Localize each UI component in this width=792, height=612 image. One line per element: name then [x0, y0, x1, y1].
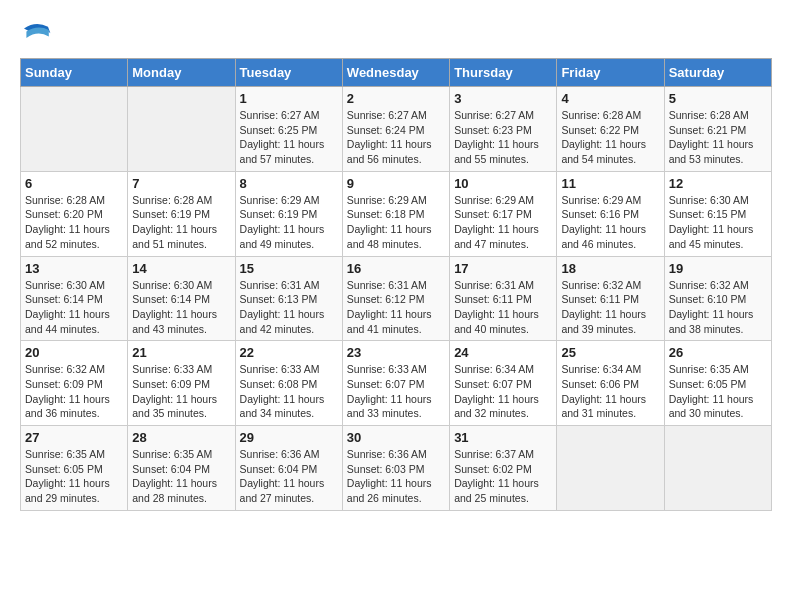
- day-info: Sunrise: 6:35 AM Sunset: 6:04 PM Dayligh…: [132, 447, 230, 506]
- calendar-cell: 14Sunrise: 6:30 AM Sunset: 6:14 PM Dayli…: [128, 256, 235, 341]
- day-info: Sunrise: 6:31 AM Sunset: 6:11 PM Dayligh…: [454, 278, 552, 337]
- calendar-header-row: SundayMondayTuesdayWednesdayThursdayFrid…: [21, 59, 772, 87]
- calendar-day-header: Tuesday: [235, 59, 342, 87]
- day-number: 22: [240, 345, 338, 360]
- day-info: Sunrise: 6:27 AM Sunset: 6:25 PM Dayligh…: [240, 108, 338, 167]
- day-info: Sunrise: 6:28 AM Sunset: 6:22 PM Dayligh…: [561, 108, 659, 167]
- day-number: 24: [454, 345, 552, 360]
- calendar-table: SundayMondayTuesdayWednesdayThursdayFrid…: [20, 58, 772, 511]
- day-number: 25: [561, 345, 659, 360]
- calendar-cell: 22Sunrise: 6:33 AM Sunset: 6:08 PM Dayli…: [235, 341, 342, 426]
- day-number: 12: [669, 176, 767, 191]
- day-number: 9: [347, 176, 445, 191]
- day-number: 11: [561, 176, 659, 191]
- day-number: 18: [561, 261, 659, 276]
- calendar-cell: 30Sunrise: 6:36 AM Sunset: 6:03 PM Dayli…: [342, 426, 449, 511]
- calendar-week-row: 20Sunrise: 6:32 AM Sunset: 6:09 PM Dayli…: [21, 341, 772, 426]
- calendar-cell: 12Sunrise: 6:30 AM Sunset: 6:15 PM Dayli…: [664, 171, 771, 256]
- page-header: [20, 20, 772, 48]
- day-number: 2: [347, 91, 445, 106]
- day-info: Sunrise: 6:36 AM Sunset: 6:04 PM Dayligh…: [240, 447, 338, 506]
- day-info: Sunrise: 6:29 AM Sunset: 6:16 PM Dayligh…: [561, 193, 659, 252]
- calendar-cell: 9Sunrise: 6:29 AM Sunset: 6:18 PM Daylig…: [342, 171, 449, 256]
- day-info: Sunrise: 6:33 AM Sunset: 6:07 PM Dayligh…: [347, 362, 445, 421]
- day-number: 15: [240, 261, 338, 276]
- day-number: 4: [561, 91, 659, 106]
- day-number: 30: [347, 430, 445, 445]
- calendar-day-header: Saturday: [664, 59, 771, 87]
- calendar-cell: 15Sunrise: 6:31 AM Sunset: 6:13 PM Dayli…: [235, 256, 342, 341]
- day-info: Sunrise: 6:27 AM Sunset: 6:23 PM Dayligh…: [454, 108, 552, 167]
- day-info: Sunrise: 6:34 AM Sunset: 6:06 PM Dayligh…: [561, 362, 659, 421]
- calendar-cell: 18Sunrise: 6:32 AM Sunset: 6:11 PM Dayli…: [557, 256, 664, 341]
- calendar-week-row: 13Sunrise: 6:30 AM Sunset: 6:14 PM Dayli…: [21, 256, 772, 341]
- calendar-day-header: Friday: [557, 59, 664, 87]
- calendar-week-row: 27Sunrise: 6:35 AM Sunset: 6:05 PM Dayli…: [21, 426, 772, 511]
- calendar-cell: 26Sunrise: 6:35 AM Sunset: 6:05 PM Dayli…: [664, 341, 771, 426]
- day-number: 29: [240, 430, 338, 445]
- day-info: Sunrise: 6:33 AM Sunset: 6:08 PM Dayligh…: [240, 362, 338, 421]
- calendar-cell: 2Sunrise: 6:27 AM Sunset: 6:24 PM Daylig…: [342, 87, 449, 172]
- calendar-cell: 19Sunrise: 6:32 AM Sunset: 6:10 PM Dayli…: [664, 256, 771, 341]
- logo-icon: [20, 20, 52, 48]
- day-number: 13: [25, 261, 123, 276]
- day-info: Sunrise: 6:32 AM Sunset: 6:11 PM Dayligh…: [561, 278, 659, 337]
- calendar-day-header: Monday: [128, 59, 235, 87]
- calendar-cell: 27Sunrise: 6:35 AM Sunset: 6:05 PM Dayli…: [21, 426, 128, 511]
- calendar-cell: 7Sunrise: 6:28 AM Sunset: 6:19 PM Daylig…: [128, 171, 235, 256]
- day-number: 10: [454, 176, 552, 191]
- day-number: 19: [669, 261, 767, 276]
- day-number: 1: [240, 91, 338, 106]
- day-info: Sunrise: 6:30 AM Sunset: 6:14 PM Dayligh…: [132, 278, 230, 337]
- calendar-cell: 6Sunrise: 6:28 AM Sunset: 6:20 PM Daylig…: [21, 171, 128, 256]
- day-info: Sunrise: 6:31 AM Sunset: 6:12 PM Dayligh…: [347, 278, 445, 337]
- day-info: Sunrise: 6:28 AM Sunset: 6:19 PM Dayligh…: [132, 193, 230, 252]
- calendar-day-header: Sunday: [21, 59, 128, 87]
- day-info: Sunrise: 6:30 AM Sunset: 6:15 PM Dayligh…: [669, 193, 767, 252]
- day-info: Sunrise: 6:33 AM Sunset: 6:09 PM Dayligh…: [132, 362, 230, 421]
- calendar-cell: [21, 87, 128, 172]
- calendar-cell: [557, 426, 664, 511]
- calendar-cell: 20Sunrise: 6:32 AM Sunset: 6:09 PM Dayli…: [21, 341, 128, 426]
- calendar-cell: 10Sunrise: 6:29 AM Sunset: 6:17 PM Dayli…: [450, 171, 557, 256]
- day-number: 14: [132, 261, 230, 276]
- calendar-cell: 1Sunrise: 6:27 AM Sunset: 6:25 PM Daylig…: [235, 87, 342, 172]
- day-number: 20: [25, 345, 123, 360]
- day-number: 3: [454, 91, 552, 106]
- day-info: Sunrise: 6:28 AM Sunset: 6:20 PM Dayligh…: [25, 193, 123, 252]
- calendar-cell: [128, 87, 235, 172]
- day-info: Sunrise: 6:35 AM Sunset: 6:05 PM Dayligh…: [669, 362, 767, 421]
- calendar-body: 1Sunrise: 6:27 AM Sunset: 6:25 PM Daylig…: [21, 87, 772, 511]
- calendar-cell: 25Sunrise: 6:34 AM Sunset: 6:06 PM Dayli…: [557, 341, 664, 426]
- day-info: Sunrise: 6:35 AM Sunset: 6:05 PM Dayligh…: [25, 447, 123, 506]
- calendar-cell: 13Sunrise: 6:30 AM Sunset: 6:14 PM Dayli…: [21, 256, 128, 341]
- day-info: Sunrise: 6:29 AM Sunset: 6:18 PM Dayligh…: [347, 193, 445, 252]
- calendar-cell: 8Sunrise: 6:29 AM Sunset: 6:19 PM Daylig…: [235, 171, 342, 256]
- calendar-cell: 23Sunrise: 6:33 AM Sunset: 6:07 PM Dayli…: [342, 341, 449, 426]
- day-number: 23: [347, 345, 445, 360]
- calendar-cell: 31Sunrise: 6:37 AM Sunset: 6:02 PM Dayli…: [450, 426, 557, 511]
- day-number: 21: [132, 345, 230, 360]
- day-number: 6: [25, 176, 123, 191]
- day-info: Sunrise: 6:32 AM Sunset: 6:10 PM Dayligh…: [669, 278, 767, 337]
- day-number: 16: [347, 261, 445, 276]
- calendar-week-row: 6Sunrise: 6:28 AM Sunset: 6:20 PM Daylig…: [21, 171, 772, 256]
- day-number: 17: [454, 261, 552, 276]
- calendar-day-header: Thursday: [450, 59, 557, 87]
- calendar-week-row: 1Sunrise: 6:27 AM Sunset: 6:25 PM Daylig…: [21, 87, 772, 172]
- calendar-cell: 17Sunrise: 6:31 AM Sunset: 6:11 PM Dayli…: [450, 256, 557, 341]
- calendar-cell: 24Sunrise: 6:34 AM Sunset: 6:07 PM Dayli…: [450, 341, 557, 426]
- calendar-cell: 3Sunrise: 6:27 AM Sunset: 6:23 PM Daylig…: [450, 87, 557, 172]
- day-info: Sunrise: 6:30 AM Sunset: 6:14 PM Dayligh…: [25, 278, 123, 337]
- logo: [20, 20, 56, 48]
- calendar-cell: [664, 426, 771, 511]
- day-info: Sunrise: 6:34 AM Sunset: 6:07 PM Dayligh…: [454, 362, 552, 421]
- day-info: Sunrise: 6:36 AM Sunset: 6:03 PM Dayligh…: [347, 447, 445, 506]
- day-info: Sunrise: 6:37 AM Sunset: 6:02 PM Dayligh…: [454, 447, 552, 506]
- day-info: Sunrise: 6:31 AM Sunset: 6:13 PM Dayligh…: [240, 278, 338, 337]
- day-number: 31: [454, 430, 552, 445]
- day-info: Sunrise: 6:29 AM Sunset: 6:19 PM Dayligh…: [240, 193, 338, 252]
- day-number: 7: [132, 176, 230, 191]
- day-info: Sunrise: 6:29 AM Sunset: 6:17 PM Dayligh…: [454, 193, 552, 252]
- day-info: Sunrise: 6:32 AM Sunset: 6:09 PM Dayligh…: [25, 362, 123, 421]
